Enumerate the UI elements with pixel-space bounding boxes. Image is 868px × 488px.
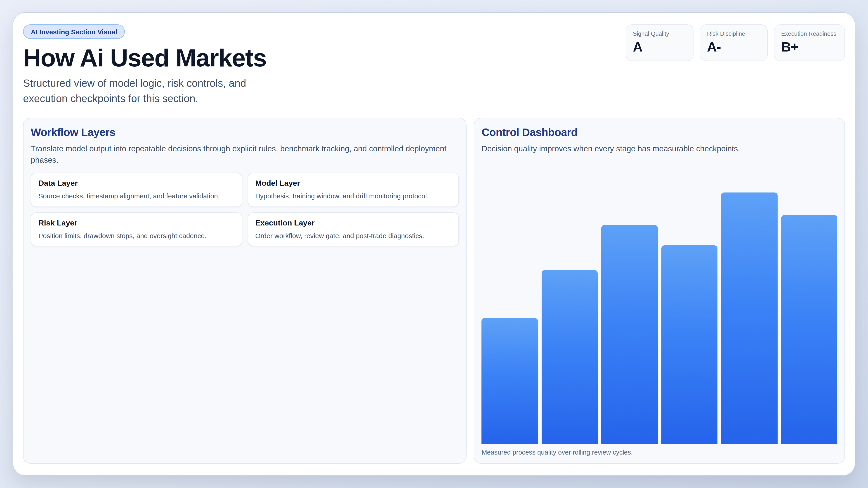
- control-dashboard-panel: Control Dashboard Decision quality impro…: [474, 118, 845, 464]
- chart-bar: [721, 193, 777, 444]
- page-subtitle: Structured view of model logic, risk con…: [23, 76, 278, 106]
- stat-card-signal-quality: Signal Quality A: [626, 24, 693, 61]
- content-panels: Workflow Layers Translate model output i…: [23, 118, 845, 464]
- layer-card-data: Data Layer Source checks, timestamp alig…: [31, 173, 242, 207]
- header-left: AI Investing Section Visual How Ai Used …: [23, 24, 278, 106]
- bar-chart: [482, 193, 837, 444]
- layer-card-risk: Risk Layer Position limits, drawdown sto…: [31, 212, 242, 246]
- page-title: How Ai Used Markets: [23, 45, 278, 72]
- chart-caption: Measured process quality over rolling re…: [482, 449, 837, 456]
- workflow-panel-description: Translate model output into repeatable d…: [31, 143, 459, 165]
- stat-value: A: [633, 39, 685, 55]
- dashboard-panel-description: Decision quality improves when every sta…: [482, 143, 837, 154]
- main-card: AI Investing Section Visual How Ai Used …: [13, 12, 855, 476]
- stat-label: Signal Quality: [633, 30, 685, 37]
- chart-bar: [781, 215, 837, 444]
- stat-card-risk-discipline: Risk Discipline A-: [700, 24, 768, 61]
- layer-grid: Data Layer Source checks, timestamp alig…: [31, 173, 459, 246]
- stats-row: Signal Quality A Risk Discipline A- Exec…: [626, 24, 845, 61]
- stat-value: B+: [781, 39, 836, 55]
- layer-title: Execution Layer: [255, 219, 451, 228]
- workflow-panel-title: Workflow Layers: [31, 126, 459, 139]
- section-badge: AI Investing Section Visual: [23, 24, 125, 39]
- layer-title: Data Layer: [38, 179, 235, 188]
- stat-value: A-: [707, 39, 759, 55]
- chart-bar: [482, 318, 538, 444]
- layer-description: Hypothesis, training window, and drift m…: [255, 192, 451, 200]
- chart-bar: [541, 270, 598, 444]
- chart-bar: [661, 246, 717, 444]
- page-background: AI Investing Section Visual How Ai Used …: [0, 0, 868, 488]
- scale-wrapper: AI Investing Section Visual How Ai Used …: [0, 0, 868, 488]
- chart-bar: [601, 225, 657, 444]
- stat-label: Risk Discipline: [707, 30, 759, 37]
- layer-description: Source checks, timestamp alignment, and …: [38, 192, 235, 200]
- layer-card-model: Model Layer Hypothesis, training window,…: [248, 173, 459, 207]
- layer-title: Risk Layer: [38, 219, 235, 228]
- layer-description: Order workflow, review gate, and post-tr…: [255, 231, 451, 240]
- header: AI Investing Section Visual How Ai Used …: [23, 24, 845, 106]
- layer-title: Model Layer: [255, 179, 451, 188]
- layer-card-execution: Execution Layer Order workflow, review g…: [248, 212, 459, 246]
- stat-label: Execution Readiness: [781, 30, 836, 37]
- stat-card-execution-readiness: Execution Readiness B+: [774, 24, 845, 61]
- layer-description: Position limits, drawdown stops, and ove…: [38, 231, 235, 240]
- dashboard-panel-title: Control Dashboard: [482, 126, 837, 139]
- workflow-layers-panel: Workflow Layers Translate model output i…: [23, 118, 467, 464]
